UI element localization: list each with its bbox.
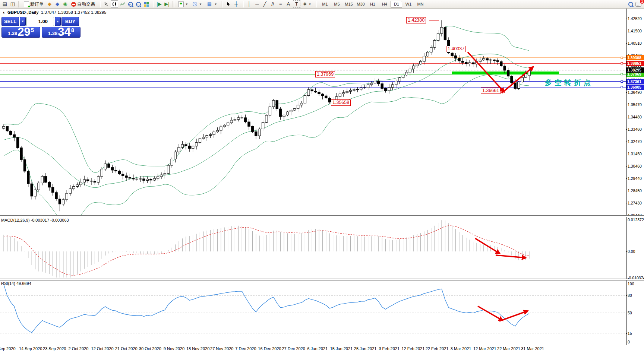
buy-price-prefix: 1.38	[48, 31, 57, 36]
market-icon[interactable]: ◆	[54, 1, 61, 7]
cursor-icon[interactable]	[225, 1, 232, 7]
chart-area[interactable]: ▲ GBPUSD-,Daily 1.37847 1.38358 1.37452 …	[0, 9, 644, 352]
autotrade-stop-icon	[71, 2, 76, 7]
chat-button[interactable]: 1	[635, 1, 642, 7]
timeframe-M5[interactable]: M5	[331, 1, 342, 8]
date-tick-label: 6 Jan 2021	[307, 346, 328, 351]
date-tick-label: Sep 2020	[0, 346, 16, 351]
chart-title-line: ▲ GBPUSD-,Daily 1.37847 1.38358 1.37452 …	[2, 10, 107, 15]
data-window-icon[interactable]: ◫	[9, 1, 16, 7]
main-toolbar: ▤ ◫ + 新订单 ◆ ◆ ◉ 自动交易 + − |▶ ▶| +▼ ▼ ▦▼ ┼…	[0, 0, 644, 9]
trend-arrow[interactable]	[499, 311, 527, 321]
price-pane[interactable]	[0, 9, 626, 215]
price-level-label: 1.39308	[626, 55, 644, 60]
rsi-pane[interactable]	[0, 280, 626, 344]
pane-separator[interactable]	[0, 279, 644, 280]
macd-pane[interactable]	[0, 217, 626, 278]
auto-scroll-icon[interactable]: |▶	[156, 1, 162, 7]
zoom-out-icon[interactable]: −	[135, 1, 142, 7]
timeframe-H4[interactable]: H4	[379, 1, 390, 8]
search-icon[interactable]	[627, 1, 634, 7]
ohlc-readout: 1.37847 1.38358 1.37452 1.38295	[41, 10, 107, 15]
date-tick-label: 3 Feb 2021	[379, 346, 400, 351]
chart-shift-icon[interactable]: ▶|	[164, 1, 170, 7]
timeframe-M30[interactable]: M30	[355, 1, 366, 8]
price-tick: 1.28450	[628, 188, 644, 193]
signals-icon[interactable]: ◉	[62, 1, 69, 7]
price-axis-line	[626, 9, 626, 345]
timeframe-D1[interactable]: D1	[391, 1, 402, 8]
date-tick-label: 12 Mar 2021	[473, 346, 496, 351]
shapes-button[interactable]: ❖▼	[302, 1, 313, 8]
volume-down-button[interactable]: ▼	[20, 17, 26, 26]
volume-input[interactable]	[26, 17, 54, 26]
collapse-panel-icon[interactable]: ▲	[2, 11, 5, 14]
text-icon[interactable]: A	[285, 1, 292, 7]
crosshair-icon[interactable]: ┼	[233, 1, 240, 7]
date-tick-label: 15 Jan 2021	[330, 346, 353, 351]
new-order-button[interactable]: + 新订单	[22, 1, 45, 8]
templates-button[interactable]: ▦▼	[205, 1, 219, 8]
chart-window-icon[interactable]: ▤	[1, 1, 8, 7]
fibonacci-icon[interactable]: ≡	[277, 1, 284, 7]
sell-price-prefix: 1.38	[8, 31, 17, 36]
buy-price-button[interactable]: 1.38 34 8	[42, 27, 80, 38]
toolbar-separator	[18, 1, 20, 7]
volume-up-button[interactable]: ▲	[55, 17, 61, 26]
timeframe-MN[interactable]: MN	[414, 1, 426, 8]
date-tick-label: 31 Mar 2021	[521, 346, 544, 351]
metaeditor-icon[interactable]: ◆	[46, 1, 53, 7]
date-tick-label: 12 Feb 2021	[401, 346, 424, 351]
timeframe-M1[interactable]: M1	[319, 1, 331, 8]
date-tick-label: 2 Oct 2020	[68, 346, 88, 351]
trendline-icon[interactable]: ╱	[262, 1, 268, 7]
timeframe-toolbar: M1M5M15M30H1H4D1W1MN	[319, 1, 426, 8]
indicators-icon: +	[178, 1, 184, 7]
autotrade-button[interactable]: 自动交易	[70, 1, 97, 8]
hline-icon[interactable]: ─	[254, 1, 261, 7]
zoom-in-icon[interactable]: +	[127, 1, 134, 7]
rsi-tick: 50	[628, 311, 644, 315]
one-click-trading-panel: SELL ▼ ▲ BUY 1.38 29 5 1.38 34 8	[1, 17, 80, 38]
new-order-label: 新订单	[30, 1, 44, 7]
template-icon: ▦	[206, 1, 213, 7]
rsi-tick: 0	[628, 340, 644, 344]
text-label-icon[interactable]: T	[293, 0, 300, 8]
line-chart-icon[interactable]	[119, 1, 126, 7]
price-tick: 1.36490	[628, 90, 644, 95]
price-level-label: 1.38851	[626, 61, 644, 66]
chinese-annotation[interactable]: 多空转折点	[545, 78, 593, 88]
chat-badge: 1	[640, 0, 644, 4]
candles-chart-icon[interactable]	[111, 0, 118, 8]
bars-chart-icon[interactable]	[103, 1, 110, 7]
macd-tick: 0.012372	[628, 218, 644, 222]
rsi-tick: 15	[628, 331, 644, 336]
trend-arrow[interactable]	[502, 67, 533, 93]
price-level-label: 1.37361	[626, 79, 644, 84]
date-tick-label: 27 Dec 2020	[282, 346, 305, 351]
buy-price-sup: 8	[71, 27, 74, 33]
buy-price-big: 34	[58, 27, 70, 37]
date-tick-label: 23 Sep 2020	[43, 346, 66, 351]
date-tick-label: 7 Dec 2020	[235, 346, 256, 351]
channel-icon[interactable]: //	[269, 1, 276, 7]
time-axis[interactable]: Sep 202014 Sep 202023 Sep 20202 Oct 2020…	[0, 345, 644, 352]
sell-price-button[interactable]: 1.38 29 5	[1, 27, 40, 38]
sell-button[interactable]: SELL	[1, 17, 19, 26]
timeframe-H1[interactable]: H1	[367, 1, 378, 8]
sell-price-big: 29	[18, 27, 30, 37]
periods-button[interactable]: ▼	[191, 1, 203, 8]
date-tick-label: 30 Oct 2020	[139, 346, 161, 351]
timeframe-M15[interactable]: M15	[343, 1, 354, 8]
timeframe-W1[interactable]: W1	[402, 1, 414, 8]
tile-windows-icon[interactable]	[143, 1, 149, 7]
pane-separator[interactable]	[0, 215, 644, 217]
toolbar-separator	[315, 1, 317, 7]
price-tick: 1.39490	[628, 53, 644, 58]
macd-label: MACD(12,26,9) -0.003017 -0.003063	[1, 218, 69, 222]
buy-button[interactable]: BUY	[61, 17, 79, 26]
date-tick-label: 21 Oct 2020	[115, 346, 138, 351]
indicators-button[interactable]: +▼	[177, 1, 190, 8]
vline-icon[interactable]: │	[246, 1, 253, 7]
trend-arrow[interactable]	[496, 255, 525, 258]
